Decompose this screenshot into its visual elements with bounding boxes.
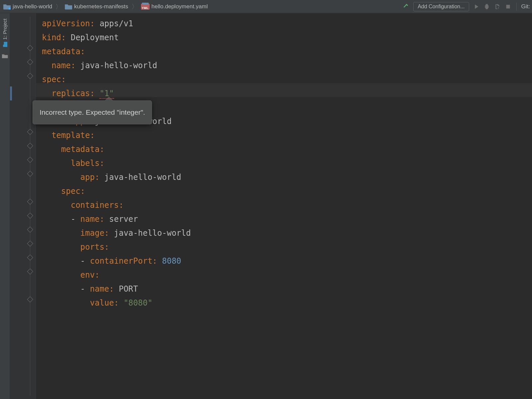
code-line[interactable]: env: [42, 268, 532, 282]
error-tooltip: Incorrect type. Expected "integer". [33, 100, 152, 124]
current-line-gutter [10, 86, 12, 100]
code-line[interactable]: ports: [42, 240, 532, 254]
code-line[interactable]: replicas: "1" [42, 86, 532, 100]
fold-toggle[interactable] [27, 45, 33, 51]
breadcrumb-file-label: hello.deployment.yaml [152, 3, 208, 10]
breadcrumb-folder[interactable]: kubernetes-manifests [64, 3, 130, 11]
fold-toggle[interactable] [27, 157, 33, 163]
error-tooltip-text: Incorrect type. Expected "integer". [40, 108, 145, 116]
code-line[interactable]: spec: [42, 184, 532, 198]
project-tool-window-tab[interactable]: 1: Project [1, 17, 8, 49]
gutter[interactable] [10, 13, 36, 399]
code-line[interactable]: metadata: [42, 45, 532, 59]
code-line[interactable]: metadata: [42, 142, 532, 156]
fold-toggle[interactable] [27, 171, 33, 177]
code-line[interactable]: containers: [42, 198, 532, 212]
fold-toggle[interactable] [27, 73, 33, 79]
svg-rect-0 [506, 5, 510, 8]
project-tab-label: 1: Project [2, 19, 8, 40]
code-area[interactable]: apiVersion: apps/v1 kind: Deployment met… [36, 13, 532, 399]
breadcrumb: java-hello-world 〉 kubernetes-manifests … [2, 3, 403, 11]
run-icon[interactable] [472, 3, 480, 10]
fold-toggle[interactable] [27, 143, 33, 149]
code-line[interactable]: template: [42, 128, 532, 142]
folder-icon [65, 4, 72, 10]
module-folder-icon [3, 4, 11, 10]
fold-toggle[interactable] [27, 212, 33, 218]
code-line[interactable]: - containerPort: 8080 [42, 254, 532, 268]
fold-toggle[interactable] [27, 268, 33, 274]
code-line[interactable]: app: java-hello-world [42, 170, 532, 184]
project-icon [2, 42, 8, 47]
code-line[interactable]: - name: PORT [42, 282, 532, 296]
yaml-file-icon [141, 4, 150, 10]
breadcrumb-project-label: java-hello-world [13, 3, 52, 10]
breadcrumb-project[interactable]: java-hello-world [2, 3, 54, 11]
left-tool-stripe: 1: Project [0, 13, 10, 399]
fold-toggle[interactable] [27, 59, 33, 65]
code-line[interactable]: apiVersion: apps/v1 [42, 17, 532, 31]
structure-icon[interactable] [2, 54, 8, 58]
fold-toggle[interactable] [27, 226, 33, 232]
coverage-icon[interactable] [494, 3, 501, 10]
git-label: Git: [521, 3, 530, 10]
stop-icon[interactable] [504, 3, 512, 10]
toolbar-divider [516, 3, 517, 11]
code-line[interactable]: labels: [42, 156, 532, 170]
editor[interactable]: apiVersion: apps/v1 kind: Deployment met… [10, 13, 532, 399]
code-line[interactable]: - name: server [42, 212, 532, 226]
navigation-bar: java-hello-world 〉 kubernetes-manifests … [0, 0, 532, 13]
breadcrumb-file[interactable]: hello.deployment.yaml [140, 3, 209, 11]
run-configuration-button[interactable]: Add Configuration... [413, 2, 469, 11]
breadcrumb-separator: 〉 [131, 3, 138, 11]
build-icon[interactable] [403, 3, 410, 10]
fold-toggle[interactable] [27, 129, 33, 135]
code-line[interactable]: value: "8080" [42, 296, 532, 310]
fold-toggle[interactable] [27, 296, 33, 302]
code-line[interactable]: name: java-hello-world [42, 59, 532, 72]
fold-toggle[interactable] [27, 240, 33, 246]
code-line[interactable]: kind: Deployment [42, 31, 532, 45]
fold-toggle[interactable] [27, 254, 33, 260]
fold-toggle[interactable] [27, 199, 33, 204]
code-line[interactable]: image: java-hello-world [42, 226, 532, 240]
toolbar-right: Add Configuration... Git: [403, 2, 530, 11]
breadcrumb-separator: 〉 [55, 3, 62, 11]
debug-icon[interactable] [483, 3, 490, 10]
breadcrumb-folder-label: kubernetes-manifests [74, 3, 128, 10]
